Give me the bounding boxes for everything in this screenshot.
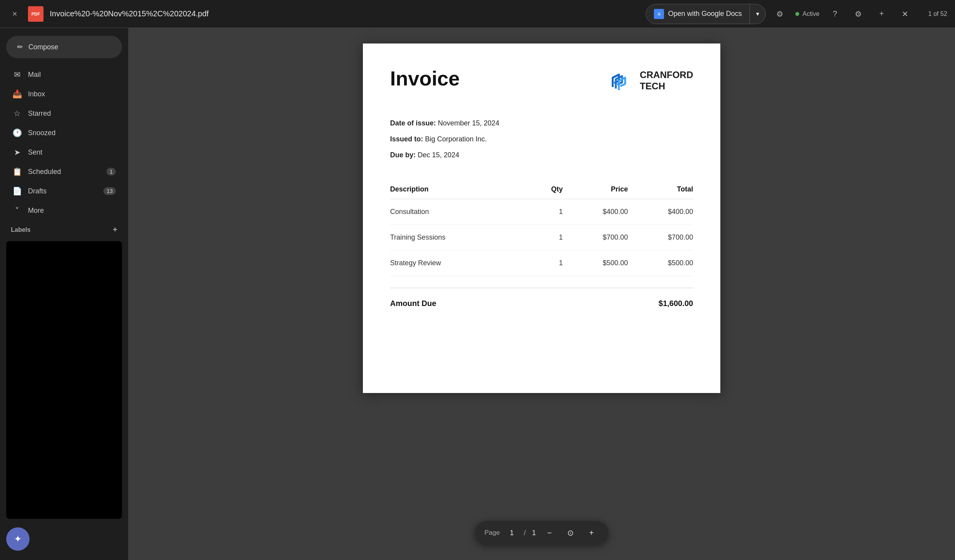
open-with-button[interactable]: Open with Google Docs ▾	[646, 4, 766, 24]
invoice-document: Invoice CRANFORD TECH Date of issue	[363, 43, 720, 393]
zoom-in-button[interactable]: +	[584, 525, 599, 540]
sidebar-item-inbox[interactable]: 📥 Inbox	[3, 85, 125, 103]
due-by: Due by: Dec 15, 2024	[390, 150, 693, 160]
sidebar-label-mail: Mail	[28, 71, 41, 79]
help-icon[interactable]: ?	[827, 6, 843, 22]
amount-due-row: Amount Due $1,600.00	[390, 288, 693, 312]
compose-icon: ✏	[17, 43, 23, 51]
sidebar-label-inbox: Inbox	[28, 90, 45, 98]
company-logo: CRANFORD TECH	[605, 67, 693, 95]
labels-section: Labels +	[0, 221, 128, 237]
sidebar-label-scheduled: Scheduled	[28, 168, 61, 176]
amount-due-label: Amount Due	[390, 299, 436, 308]
company-name: CRANFORD TECH	[640, 70, 693, 92]
sidebar-label-snoozed: Snoozed	[28, 129, 56, 137]
cell-qty: 1	[533, 250, 563, 276]
cell-price: $400.00	[563, 199, 628, 225]
add-icon[interactable]: +	[874, 6, 889, 22]
active-label: Active	[802, 10, 819, 17]
zoom-fit-button[interactable]: ⊙	[563, 525, 578, 540]
cell-description: Training Sessions	[390, 225, 533, 250]
page-number-input[interactable]	[506, 529, 518, 537]
drafts-icon: 📄	[12, 186, 22, 196]
docs-icon	[654, 9, 664, 19]
scheduled-badge: 1	[106, 168, 116, 176]
active-badge: Active	[795, 10, 819, 17]
cell-total: $700.00	[628, 225, 693, 250]
active-dot	[795, 12, 799, 16]
scheduled-icon: 📋	[12, 167, 22, 176]
profile-icon[interactable]: ✕	[897, 6, 913, 22]
sidebar-item-starred[interactable]: ☆ Starred	[3, 104, 125, 123]
settings-icon[interactable]: ⚙	[772, 6, 788, 22]
sidebar-item-scheduled[interactable]: 📋 Scheduled 1	[3, 162, 125, 181]
amount-due-value: $1,600.00	[659, 299, 693, 308]
sidebar-label-drafts: Drafts	[28, 187, 47, 195]
company-logo-icon	[605, 67, 633, 95]
cell-price: $500.00	[563, 250, 628, 276]
compose-button[interactable]: ✏ Compose	[6, 36, 122, 58]
labels-black-box	[6, 241, 122, 519]
col-header-price: Price	[563, 180, 628, 199]
sidebar-item-drafts[interactable]: 📄 Drafts 13	[3, 182, 125, 200]
sidebar-label-sent: Sent	[28, 148, 42, 157]
issued-to: Issued to: Big Corporation Inc.	[390, 134, 693, 144]
file-name: Invoice%20-%20Nov%2015%2C%202024.pdf	[50, 9, 640, 18]
top-bar-right: ⚙ Active ? ⚙ + ✕ 1 of 52	[772, 6, 947, 22]
sent-icon: ➤	[12, 148, 22, 157]
sidebar-item-sent[interactable]: ➤ Sent	[3, 143, 125, 162]
sidebar-item-snoozed[interactable]: 🕐 Snoozed	[3, 123, 125, 142]
cell-price: $700.00	[563, 225, 628, 250]
more-icon: ˅	[12, 206, 22, 215]
cell-total: $400.00	[628, 199, 693, 225]
main-area: ✏ Compose ✉ Mail 📥 Inbox ☆ Starred 🕐 Sno…	[0, 28, 955, 560]
cell-qty: 1	[533, 199, 563, 225]
compose-label: Compose	[28, 43, 58, 51]
page-counter-top: 1 of 52	[928, 10, 947, 17]
cell-description: Strategy Review	[390, 250, 533, 276]
open-with-dropdown-arrow[interactable]: ▾	[750, 4, 765, 24]
close-button[interactable]: ×	[8, 7, 22, 21]
col-header-qty: Qty	[533, 180, 563, 199]
page-slash: /	[524, 529, 526, 537]
col-header-description: Description	[390, 180, 533, 199]
mail-icon: ✉	[12, 70, 22, 79]
invoice-table: Description Qty Price Total Consultation…	[390, 180, 693, 276]
page-controls: Page / 1 − ⊙ +	[475, 521, 608, 544]
cell-qty: 1	[533, 225, 563, 250]
cell-total: $500.00	[628, 250, 693, 276]
ai-button[interactable]: ✦	[6, 527, 30, 551]
pdf-icon: PDF	[28, 6, 44, 22]
page-total: 1	[532, 529, 536, 537]
labels-add-button[interactable]: +	[113, 225, 117, 234]
drafts-badge: 13	[103, 187, 116, 195]
col-header-total: Total	[628, 180, 693, 199]
sidebar-item-more[interactable]: ˅ More	[3, 201, 125, 220]
zoom-out-button[interactable]: −	[542, 525, 557, 540]
table-row: Training Sessions 1 $700.00 $700.00	[390, 225, 693, 250]
sidebar: ✏ Compose ✉ Mail 📥 Inbox ☆ Starred 🕐 Sno…	[0, 28, 128, 560]
open-with-label: Open with Google Docs	[668, 10, 742, 18]
labels-title: Labels	[11, 226, 31, 233]
cell-description: Consultation	[390, 199, 533, 225]
inbox-icon: 📥	[12, 89, 22, 99]
table-row: Strategy Review 1 $500.00 $500.00	[390, 250, 693, 276]
top-bar: × PDF Invoice%20-%20Nov%2015%2C%202024.p…	[0, 0, 955, 28]
invoice-title: Invoice	[390, 67, 460, 90]
date-of-issue: Date of issue: November 15, 2024	[390, 118, 693, 129]
open-with-main[interactable]: Open with Google Docs	[646, 4, 750, 24]
sidebar-label-more: More	[28, 207, 44, 215]
table-row: Consultation 1 $400.00 $400.00	[390, 199, 693, 225]
gear-icon[interactable]: ⚙	[850, 6, 866, 22]
invoice-meta: Date of issue: November 15, 2024 Issued …	[390, 118, 693, 160]
sidebar-label-starred: Starred	[28, 110, 51, 118]
snoozed-icon: 🕐	[12, 128, 22, 137]
page-label: Page	[484, 529, 500, 537]
invoice-header: Invoice CRANFORD TECH	[390, 67, 693, 95]
pdf-area: Invoice CRANFORD TECH Date of issue	[128, 28, 955, 560]
star-icon: ☆	[12, 109, 22, 118]
sidebar-item-mail[interactable]: ✉ Mail	[3, 65, 125, 84]
